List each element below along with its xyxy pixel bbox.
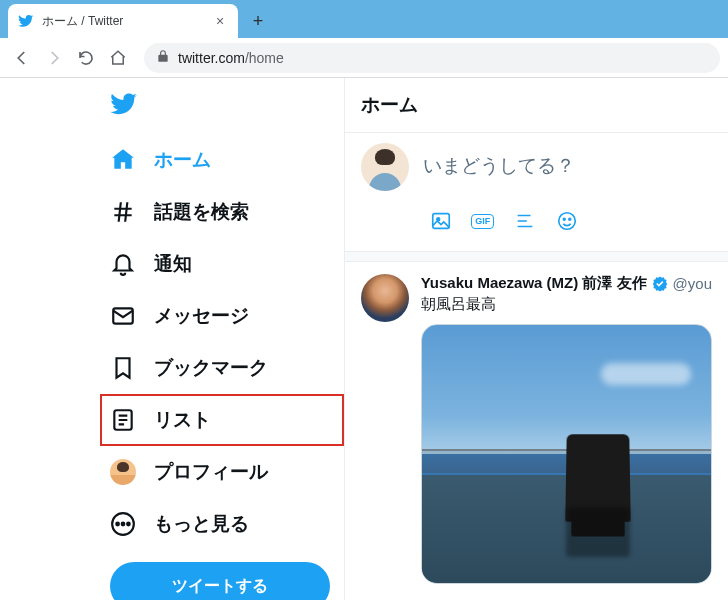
page-title: ホーム	[361, 92, 712, 118]
browser-toolbar: twitter.com/home	[0, 38, 728, 78]
url-text: twitter.com/home	[178, 50, 284, 66]
tweet[interactable]: Yusaku Maezawa (MZ) 前澤 友作 @you 朝風呂最高	[345, 262, 728, 584]
more-icon	[110, 511, 136, 537]
twitter-favicon-icon	[18, 13, 34, 29]
profile-avatar-icon	[110, 459, 136, 485]
tweet-button[interactable]: ツイートする	[110, 562, 330, 600]
reload-button[interactable]	[72, 44, 100, 72]
sidebar-item-messages[interactable]: メッセージ	[100, 290, 344, 342]
sidebar-item-label: プロフィール	[154, 459, 268, 485]
bell-icon	[110, 251, 136, 277]
close-tab-icon[interactable]: ×	[212, 13, 228, 29]
sidebar-item-label: 通知	[154, 251, 192, 277]
composer-actions: GIF	[345, 195, 728, 252]
tweet-author-avatar[interactable]	[361, 274, 409, 322]
address-bar[interactable]: twitter.com/home	[144, 43, 720, 73]
list-icon	[110, 407, 136, 433]
sidebar-item-label: ブックマーク	[154, 355, 268, 381]
bookmark-icon	[110, 355, 136, 381]
browser-chrome: ホーム / Twitter × + twitter.com/home	[0, 0, 728, 78]
sidebar-item-label: ホーム	[154, 147, 211, 173]
page: ホーム 話題を検索 通知 メッセージ ブックマーク	[0, 78, 728, 600]
tweet-author-handle[interactable]: @you	[673, 275, 712, 292]
tweet-text: 朝風呂最高	[421, 295, 712, 314]
tab-strip: ホーム / Twitter × +	[0, 0, 728, 38]
home-icon	[110, 147, 136, 173]
main-column: ホーム いまどうしてる？ GIF Yusaku Maezawa (MZ) 前澤 …	[344, 78, 728, 600]
tweet-body: Yusaku Maezawa (MZ) 前澤 友作 @you 朝風呂最高	[421, 274, 712, 584]
browser-tab[interactable]: ホーム / Twitter ×	[8, 4, 238, 38]
hash-icon	[110, 199, 136, 225]
tweet-image[interactable]	[421, 324, 712, 584]
svg-point-5	[127, 523, 130, 526]
envelope-icon	[110, 303, 136, 329]
sidebar-item-label: もっと見る	[154, 511, 249, 537]
emoji-icon[interactable]	[549, 203, 585, 239]
tweet-composer: いまどうしてる？	[345, 133, 728, 195]
sidebar-item-label: リスト	[154, 407, 211, 433]
main-header: ホーム	[345, 78, 728, 133]
svg-point-9	[563, 218, 565, 220]
svg-point-8	[558, 213, 575, 230]
home-button[interactable]	[104, 44, 132, 72]
sidebar-item-home[interactable]: ホーム	[100, 134, 344, 186]
forward-button[interactable]	[40, 44, 68, 72]
sidebar-item-label: 話題を検索	[154, 199, 249, 225]
lock-icon	[156, 49, 170, 67]
svg-rect-6	[432, 214, 449, 229]
verified-badge-icon	[651, 275, 669, 293]
sidebar-item-notifications[interactable]: 通知	[100, 238, 344, 290]
tab-title: ホーム / Twitter	[42, 13, 204, 30]
sidebar-item-more[interactable]: もっと見る	[100, 498, 344, 550]
svg-point-3	[116, 523, 119, 526]
sidebar-item-label: メッセージ	[154, 303, 249, 329]
new-tab-button[interactable]: +	[244, 7, 272, 35]
timeline-gap	[345, 252, 728, 262]
sidebar-item-bookmarks[interactable]: ブックマーク	[100, 342, 344, 394]
twitter-logo[interactable]	[100, 84, 344, 134]
sidebar-item-profile[interactable]: プロフィール	[100, 446, 344, 498]
poll-icon[interactable]	[507, 203, 543, 239]
media-icon[interactable]	[423, 203, 459, 239]
tweet-author-name[interactable]: Yusaku Maezawa (MZ) 前澤 友作	[421, 274, 647, 293]
svg-point-10	[569, 218, 571, 220]
svg-point-4	[122, 523, 125, 526]
gif-icon[interactable]: GIF	[465, 203, 501, 239]
back-button[interactable]	[8, 44, 36, 72]
user-avatar[interactable]	[361, 143, 409, 191]
sidebar: ホーム 話題を検索 通知 メッセージ ブックマーク	[0, 78, 344, 600]
composer-input[interactable]: いまどうしてる？	[423, 143, 712, 191]
sidebar-item-lists[interactable]: リスト	[100, 394, 344, 446]
sidebar-item-explore[interactable]: 話題を検索	[100, 186, 344, 238]
tweet-header: Yusaku Maezawa (MZ) 前澤 友作 @you	[421, 274, 712, 293]
